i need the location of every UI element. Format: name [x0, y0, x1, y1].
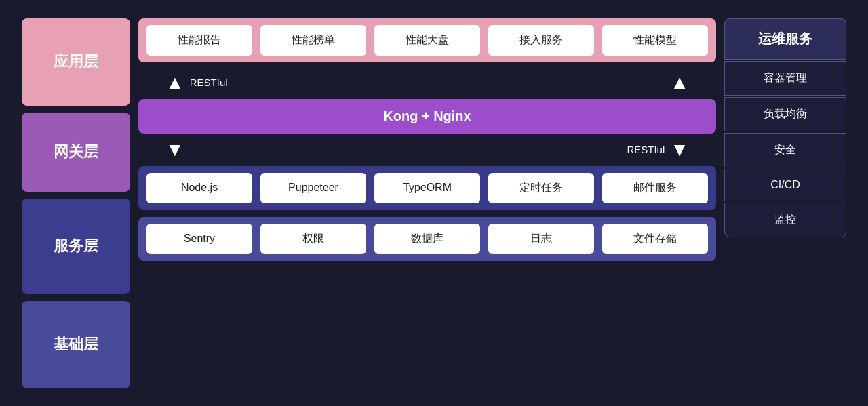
center-content: 性能报告 性能榜单 性能大盘 接入服务 性能模型 ▲ RESTful ▲ [138, 18, 716, 388]
restful-label-2: RESTful [627, 144, 665, 155]
card-permissions: 权限 [260, 224, 366, 254]
card-text: 文件存储 [633, 232, 677, 246]
infra-row: Sentry 权限 数据库 日志 文件存储 [138, 217, 716, 261]
ops-header: 运维服务 [724, 18, 846, 60]
infra-label-text: 基础层 [54, 334, 98, 354]
card-text: Puppeteer [288, 182, 338, 194]
ops-header-text: 运维服务 [758, 31, 812, 46]
main-container: 应用层 网关层 服务层 基础层 性能报告 性能榜单 性能大盘 接入服务 [14, 10, 854, 397]
card-puppeteer: Puppeteer [260, 173, 366, 203]
card-database: 数据库 [374, 224, 480, 254]
right-ops: 运维服务 容器管理 负载均衡 安全 CI/CD 监控 [724, 18, 846, 388]
card-nodejs: Node.js [146, 173, 252, 203]
card-typeorm: TypeORM [374, 173, 480, 203]
card-text: 邮件服务 [633, 181, 677, 195]
card-text: Node.js [181, 182, 218, 194]
card-text: 性能大盘 [406, 33, 449, 47]
arrow-right-group: RESTful ▼ [627, 139, 689, 161]
ops-item-cicd: CI/CD [724, 169, 846, 201]
restful-label-1: RESTful [190, 77, 228, 88]
card-text: 数据库 [411, 232, 443, 246]
app-row: 性能报告 性能榜单 性能大盘 接入服务 性能模型 [138, 18, 716, 62]
down-arrow-left-icon: ▼ [165, 139, 184, 161]
ops-item-security: 安全 [724, 133, 846, 167]
ops-item-monitor: 监控 [724, 203, 846, 237]
card-file-storage: 文件存储 [602, 224, 708, 254]
card-text: 定时任务 [519, 181, 563, 195]
ops-item-text: 安全 [774, 144, 796, 155]
label-gateway: 网关层 [22, 113, 130, 192]
card-perf-dashboard: 性能大盘 [374, 25, 480, 56]
service-label-text: 服务层 [54, 236, 98, 256]
card-sentry: Sentry [146, 224, 252, 254]
card-perf-report: 性能报告 [146, 25, 252, 56]
card-text: 日志 [530, 232, 552, 246]
arrow-label-right: ▲ [670, 72, 689, 94]
label-infra: 基础层 [22, 301, 130, 388]
ops-item-text: CI/CD [770, 179, 800, 190]
arrow-row-2: ▼ RESTful ▼ [138, 136, 716, 163]
arrow-down-left: ▼ [165, 139, 184, 161]
card-access-service: 接入服务 [488, 25, 594, 56]
card-logging: 日志 [488, 224, 594, 254]
card-perf-rank: 性能榜单 [260, 25, 366, 56]
card-text: Sentry [184, 232, 215, 245]
arrow-label-left: ▲ RESTful [165, 72, 228, 94]
label-service: 服务层 [22, 199, 130, 294]
gateway-label-text: 网关层 [54, 142, 98, 162]
card-text: 权限 [302, 232, 324, 246]
app-label-text: 应用层 [54, 52, 98, 72]
down-arrow-right-icon: ▼ [670, 139, 689, 161]
ops-item-text: 监控 [774, 214, 796, 225]
service-row: Node.js Puppeteer TypeORM 定时任务 邮件服务 [138, 166, 716, 210]
card-text: 接入服务 [519, 33, 563, 47]
card-text: 性能模型 [633, 33, 677, 47]
ops-item-text: 负载均衡 [764, 108, 807, 119]
ops-item-loadbalance: 负载均衡 [724, 97, 846, 131]
left-labels: 应用层 网关层 服务层 基础层 [22, 18, 130, 388]
ops-item-container: 容器管理 [724, 61, 846, 96]
card-text: 性能榜单 [292, 33, 335, 47]
card-text: 性能报告 [178, 33, 221, 47]
card-text: TypeORM [403, 182, 452, 194]
up-arrow-left-icon: ▲ [165, 72, 184, 94]
card-scheduled-tasks: 定时任务 [488, 173, 594, 203]
up-arrow-right-icon: ▲ [670, 72, 689, 94]
card-mail-service: 邮件服务 [602, 173, 708, 203]
arrow-row-1: ▲ RESTful ▲ [138, 69, 716, 96]
ops-item-text: 容器管理 [764, 72, 807, 83]
label-app: 应用层 [22, 18, 130, 106]
kong-label: Kong + Nginx [383, 108, 471, 124]
kong-row: Kong + Nginx [138, 99, 716, 134]
card-perf-model: 性能模型 [602, 25, 708, 56]
